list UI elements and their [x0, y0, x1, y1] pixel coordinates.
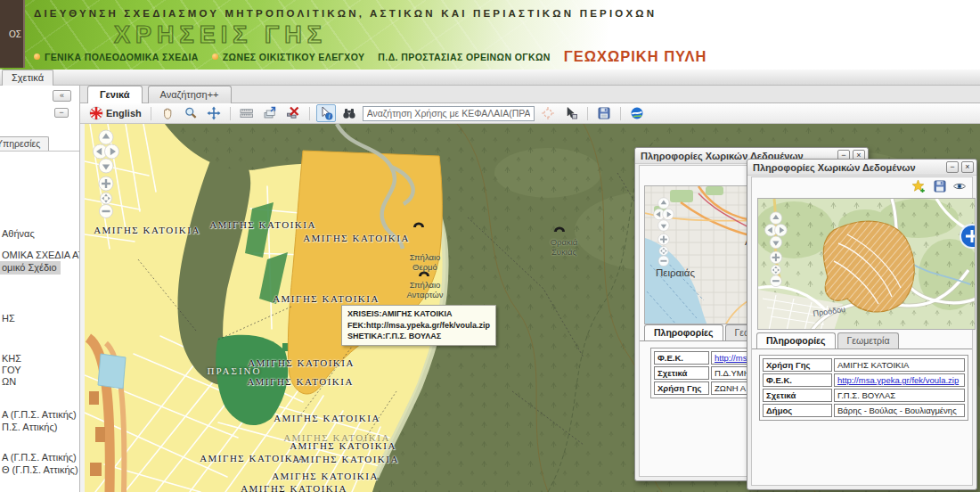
move-arrows-icon: [207, 106, 221, 120]
tab-information[interactable]: Πληροφορίες: [756, 332, 836, 348]
attribute-value[interactable]: Γ.Π.Σ. ΒΟΥΛΑΣ: [834, 389, 965, 402]
sidebar-minimize-button[interactable]: −: [54, 108, 69, 118]
delete-red-x-icon: [286, 106, 300, 120]
main-tabs-row: ΓενικάΑναζήτηση++: [80, 86, 980, 103]
binoculars-icon: [342, 106, 356, 120]
attribute-key: Χρήση Γης: [654, 381, 709, 395]
search-input[interactable]: [363, 106, 535, 121]
sidebar-item[interactable]: ομικό Σχέδιο: [0, 261, 61, 275]
language-label: English: [106, 108, 142, 119]
tooltip-line: SHETIKA:Γ.Π.Σ. ΒΟΥΛΑΣ: [347, 331, 490, 342]
attribute-row: Φ.Ε.Κ. http://msa.ypeka.gr/fek/voula.zip: [763, 373, 965, 387]
menu-item[interactable]: ΓΕΝΙΚΑ ΠΟΛΕΟΔΟΜΙΚΑ ΣΧΕΔΙΑ: [34, 52, 199, 62]
add-favorite-star-icon[interactable]: [911, 179, 926, 193]
attribute-key: Σχετικά: [654, 366, 709, 380]
tab-divider: [752, 348, 972, 349]
sidebar-item[interactable]: ΩΝ: [2, 375, 16, 388]
visibility-eye-icon[interactable]: [952, 179, 967, 193]
map-identify-tooltip: XRISEIS:ΑΜΙΓΗΣ ΚΑΤΟΙΚΙΑFEK:http://msa.yp…: [341, 305, 496, 346]
info-window-voula[interactable]: Πληροφορίες Χωρικών Δεδομένων − ×: [747, 159, 977, 490]
move-button[interactable]: [204, 104, 224, 122]
pan-button[interactable]: [158, 104, 177, 122]
minimize-button[interactable]: −: [946, 161, 959, 173]
pan-hand-icon: [160, 106, 175, 120]
toolbar-separator: [309, 107, 310, 120]
tooltip-line: XRISEIS:ΑΜΙΓΗΣ ΚΑΤΟΙΚΙΑ: [347, 308, 490, 320]
app-title: ΧΡΗΣΕΙΣ ΓΗΣ: [114, 21, 327, 49]
attribute-key: Φ.Ε.Κ.: [763, 373, 832, 387]
crosshair-faint-icon: [541, 106, 555, 120]
magnifier-icon: [184, 106, 198, 120]
menu-item-label: ΓΕΝΙΚΑ ΠΟΛΕΟΔΟΜΙΚΑ ΣΧΕΔΙΑ: [45, 52, 199, 62]
tab-information[interactable]: Πληροφορίες: [644, 324, 723, 340]
bullet-icon: [34, 53, 40, 60]
tab-geometry[interactable]: Γεωμετρία: [837, 332, 900, 348]
tab-general[interactable]: Γενικά: [87, 86, 143, 103]
tab-related[interactable]: Σχετικά: [2, 70, 53, 86]
save-button[interactable]: [594, 104, 614, 122]
sidebar-item[interactable]: Α (Γ.Π.Σ. Αττικής): [2, 451, 77, 463]
attributes-table: Χρήση Γης ΑΜΙΓΗΣ ΚΑΤΟΙΚΙΑ Φ.Ε.Κ. http://…: [759, 355, 968, 421]
sidebar-item[interactable]: Π.Σ. Αττικής): [2, 421, 57, 433]
cursor-info-icon: i: [319, 106, 333, 120]
language-button[interactable]: English: [86, 104, 144, 122]
toolbar-separator: [151, 107, 151, 120]
window-toolbar: [752, 177, 972, 196]
voula-minimap-graphic: Προόδου: [758, 199, 976, 330]
sidebar-collapse-button[interactable]: «: [53, 90, 71, 102]
attribute-key: Σχετικά: [763, 389, 832, 402]
sidebar-item[interactable]: ΟΜΙΚΑ ΣΧΕΔΙΑ ΑΤΤΙΚΗ: [2, 249, 80, 261]
sidebar-item[interactable]: ΚΗΣ: [2, 352, 21, 365]
menu-item[interactable]: ΓΕΩΧΩΡΙΚΗ ΠΥΛΗ: [564, 48, 707, 65]
zoom-in-blue-button[interactable]: [960, 225, 976, 248]
attribute-row: Σχετικά Γ.Π.Σ. ΒΟΥΛΑΣ: [763, 389, 965, 402]
sidebar-item[interactable]: Α (Γ.Π.Σ. Αττικής): [2, 408, 77, 421]
highlighted-parcel: [823, 221, 914, 312]
top-menu: ΓΕΝΙΚΑ ΠΟΛΕΟΔΟΜΙΚΑ ΣΧΕΔΙΑ ΖΩΝΕΣ ΟΙΚΙΣΤΙΚ…: [34, 48, 707, 65]
close-button[interactable]: ×: [961, 161, 974, 173]
identify-button[interactable]: i: [316, 104, 336, 122]
tooltip-line: FEK:http://msa.ypeka.gr/fek/voula.zip: [347, 320, 490, 332]
clear-search-button[interactable]: [538, 104, 558, 122]
measure-area-button[interactable]: [260, 104, 280, 122]
window-title[interactable]: Πληροφορίες Χωρικών Δεδομένων: [747, 160, 976, 176]
sidebar-item[interactable]: ΗΣ: [2, 312, 15, 324]
menu-item[interactable]: Π.Δ. ΠΡΟΣΤΑΣΙΑΣ ΟΡΕΙΝΩΝ ΟΓΚΩΝ: [378, 52, 550, 62]
bullet-icon: [212, 53, 218, 60]
toolbar-separator: [587, 107, 588, 120]
sidebar-item[interactable]: ΓΟΥ: [2, 364, 21, 376]
find-button[interactable]: [339, 104, 359, 122]
minimap-label-piraeus: Πειραιάς: [656, 267, 695, 278]
map-toolbar: English: [80, 103, 980, 124]
layers-arrow-icon: [263, 106, 277, 120]
toolbar-separator: [620, 107, 621, 120]
zoom-button[interactable]: [181, 104, 200, 122]
english-flag-icon: [89, 106, 103, 120]
select-location-button[interactable]: [561, 104, 581, 122]
info-tabs: Πληροφορίες Γεωμετρία: [754, 332, 899, 348]
ruler-icon: [240, 106, 254, 120]
save-floppy-icon: [597, 106, 611, 120]
tab-services[interactable]: Υπηρεσίες: [0, 136, 49, 151]
window-body: Προόδου Πληροφορίες Γεωμετρία Χρήση Γης …: [751, 176, 973, 486]
measure-button[interactable]: [237, 104, 257, 122]
pointer-box-icon: [564, 106, 578, 120]
clear-measure-button[interactable]: [283, 104, 303, 122]
attribute-value[interactable]: Βάρης - Βούλας - Βουλιαγμένης: [834, 404, 965, 417]
attribute-value[interactable]: ΑΜΙΓΗΣ ΚΑΤΟΙΚΙΑ: [834, 358, 965, 372]
sidebar-item[interactable]: Θ (Γ.Π.Σ. Αττικής): [2, 463, 78, 476]
globe-icon: [630, 106, 644, 120]
attribute-key: Δήμος: [763, 404, 832, 417]
menu-item[interactable]: ΖΩΝΕΣ ΟΙΚΙΣΤΙΚΟΥ ΕΛΕΓΧΟΥ: [212, 52, 365, 62]
logo-block: ΟΣ: [0, 0, 25, 68]
top-tab-strip: Σχετικά: [0, 70, 980, 86]
menu-item-label: Π.Δ. ΠΡΟΣΤΑΣΙΑΣ ΟΡΕΙΝΩΝ ΟΓΚΩΝ: [378, 52, 550, 62]
google-earth-button[interactable]: [627, 104, 647, 122]
save-floppy-icon[interactable]: [933, 179, 947, 193]
attribute-value[interactable]: http://msa.ypeka.gr/fek/voula.zip: [834, 373, 965, 387]
header-banner: ΟΣ ΔΙΕΥΘΥΝΣΗ ΣΧΕΔΙΑΣΜΟΥ ΜΗΤΡΟΠΟΛΙΤΙΚΩΝ, …: [0, 0, 980, 70]
sidebar-divider: [0, 151, 79, 152]
detail-minimap[interactable]: Προόδου: [757, 198, 976, 330]
sidebar-item[interactable]: Αθήνας: [2, 227, 35, 240]
tab-search-plus[interactable]: Αναζήτηση++: [148, 86, 232, 103]
